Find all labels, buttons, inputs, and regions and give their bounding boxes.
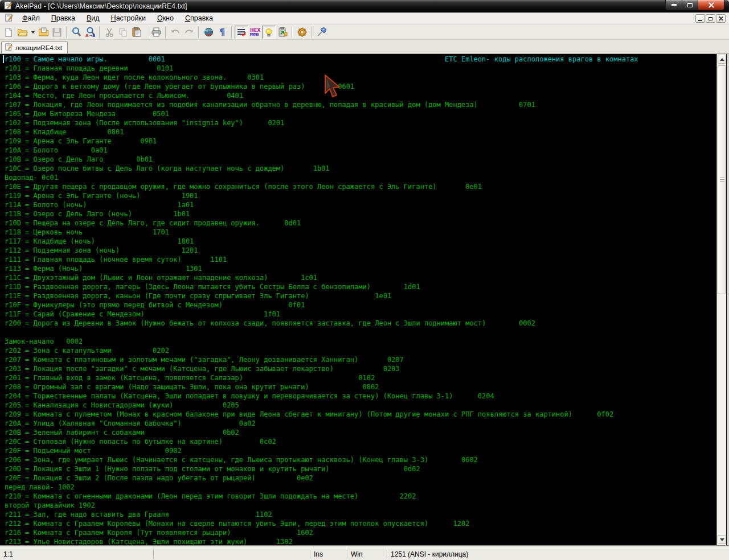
editor-line: r20E = Локация с Эшли 2 (После пазла над… — [5, 473, 638, 483]
editor-line: r204 = Торжественные палаты (Катсцена, Э… — [5, 392, 638, 401]
editor-line: r10A = Болото 0a01 — [5, 146, 638, 155]
codepage-info: 1251 (ANSI - кириллица) — [387, 550, 729, 559]
svg-text:ED1T: ED1T — [251, 32, 259, 36]
editor-line: r102 = Подземная зона (После использован… — [5, 118, 638, 127]
replace-button[interactable]: A→B — [83, 26, 97, 39]
editor-text: r100 = Самое начало игры. 0001 ETC Emleo… — [5, 55, 638, 545]
svg-text:B: B — [92, 34, 95, 38]
editor-line: r10E = Другая пещера с продавцом оружия,… — [5, 182, 638, 191]
arrow-up-icon — [720, 58, 724, 61]
editor-line: r11E = Раздвоенная дорога, каньон (Где п… — [5, 291, 638, 300]
menu-item-file[interactable]: Файл — [17, 13, 46, 24]
scrollbar-thumb[interactable] — [718, 65, 726, 294]
mdi-restore-button[interactable] — [706, 14, 715, 23]
mdi-close-button[interactable] — [716, 14, 726, 23]
caret-position: 1:1 — [0, 550, 154, 559]
find-icon — [71, 27, 82, 38]
selection-info — [154, 550, 310, 559]
settings-button[interactable] — [295, 26, 309, 39]
editor-line: r101 = Главная площадь деревни 0101 — [5, 64, 638, 73]
title-bar[interactable]: AkelPad - [C:\Users\Максим\Desktop\локац… — [0, 0, 729, 13]
editor-line: r111 = Главная площадь (ночное время сут… — [5, 255, 638, 264]
toolbar-separator — [66, 27, 67, 38]
menu-bar: ФайлПравкаВидНастройкиОкноСправка — [0, 13, 729, 25]
paste-button[interactable] — [130, 26, 144, 39]
cut-button — [103, 26, 116, 39]
arrow-down-icon — [720, 538, 724, 541]
reopen-folder-button[interactable] — [36, 26, 50, 39]
editor-line: r208 = Огромный зал с врагами (Надо защи… — [5, 382, 638, 392]
document-icon — [5, 14, 13, 23]
clipboard-log-button[interactable] — [276, 26, 289, 39]
editor-line: r11D = Раздвоенная дорога, лагерь (Здесь… — [5, 282, 638, 291]
mdi-restore-icon — [708, 17, 712, 20]
menu-item-edit[interactable]: Правка — [46, 13, 81, 24]
globe-icon — [203, 27, 214, 38]
menu-item-settings[interactable]: Настройки — [105, 13, 151, 24]
print-button[interactable] — [149, 26, 163, 39]
editor-line: r20D = Локация с Эшли 1 (Нужно ползать п… — [5, 464, 638, 473]
new-file-button[interactable] — [2, 26, 15, 39]
mouse-cursor — [321, 73, 347, 100]
tab-current-file[interactable]: локацииRE4.txt — [1, 41, 68, 53]
scroll-down-button[interactable] — [718, 535, 726, 544]
editor-line: r11B = Озеро с Дель Лаго (ночь) 1b01 — [5, 209, 638, 219]
word-wrap-button[interactable] — [235, 26, 248, 39]
toolbar-separator — [146, 27, 147, 38]
scroll-up-button[interactable] — [718, 55, 726, 64]
redo-icon — [184, 27, 194, 38]
editor-line: r216 = Комната с Граалем Короля (Тут поя… — [5, 528, 638, 537]
mdi-minimize-button[interactable] — [695, 14, 705, 23]
minimize-icon — [671, 4, 677, 6]
paste-icon — [132, 27, 142, 38]
save-icon — [52, 27, 62, 38]
open-dropdown-button[interactable] — [29, 26, 36, 39]
close-button[interactable] — [698, 0, 724, 10]
text-editor-area[interactable]: r100 = Самое начало игры. 0001 ETC Emleo… — [0, 54, 727, 545]
copy-button — [116, 26, 130, 39]
plugins-button[interactable] — [314, 26, 328, 39]
cut-icon — [104, 27, 114, 38]
editor-line: r108 = Кладбище 0801 — [5, 127, 638, 137]
open-file-button[interactable] — [15, 26, 29, 39]
codepage-button[interactable] — [202, 26, 215, 39]
editor-line: r109 = Арена с Эль Гиганте 0901 — [5, 137, 638, 146]
menu-item-window[interactable]: Окно — [151, 13, 179, 24]
redo-button — [182, 26, 196, 39]
highlight-button[interactable] — [262, 26, 276, 39]
gear-icon — [297, 27, 308, 38]
new-file-icon — [3, 27, 14, 38]
copy-icon — [118, 27, 128, 38]
tab-label: локацииRE4.txt — [15, 44, 62, 51]
editor-line: r107 = Локация, где Леон поднимается из … — [5, 100, 638, 109]
show-paragraph-button[interactable]: ¶ — [215, 26, 229, 39]
toolbar-separator — [231, 27, 232, 38]
editor-line: r212 = Комната с Граалем Королевы (Монах… — [5, 519, 638, 528]
find-button[interactable] — [69, 26, 83, 39]
pin-icon — [316, 27, 327, 38]
minimize-button[interactable] — [665, 0, 682, 10]
close-icon — [708, 2, 714, 8]
hex-mode-button[interactable]: HEXED1T — [248, 26, 262, 39]
hex-icon: HEXED1T — [249, 27, 261, 38]
editor-line: r105 = Дом Битореза Мендеза 0501 — [5, 109, 638, 118]
toolbar: A→B ¶ HEXED1T — [0, 25, 729, 40]
replace-icon: A→B — [85, 27, 96, 38]
akelpad-window: { "window": { "title": "AkelPad - [C:\\U… — [0, 0, 729, 560]
menu-item-view[interactable]: Вид — [81, 13, 105, 24]
editor-line: r211 = Зал, где надо вставить два Грааля… — [5, 510, 638, 519]
toolbar-separator — [198, 27, 199, 38]
maximize-button[interactable] — [682, 0, 698, 10]
editor-line: Замок-начало 0002 — [5, 337, 638, 346]
editor-line: r205 = Канализация с Новистадорами (жуки… — [5, 401, 638, 410]
editor-line: Водопад- 0c01 — [5, 173, 638, 182]
mdi-close-icon — [718, 16, 723, 21]
editor-line: r203 = Локация после "загадки" с мечами … — [5, 364, 638, 373]
vertical-scrollbar[interactable] — [716, 54, 726, 545]
window-title: AkelPad - [C:\Users\Максим\Desktop\локац… — [15, 2, 187, 10]
newline-format: Win — [347, 550, 387, 559]
menu-item-help[interactable]: Справка — [179, 13, 219, 24]
insert-mode: Ins — [310, 550, 347, 559]
editor-line: r11A = Болото (ночь) 1a01 — [5, 200, 638, 209]
tab-bar: локацииRE4.txt — [0, 40, 729, 54]
